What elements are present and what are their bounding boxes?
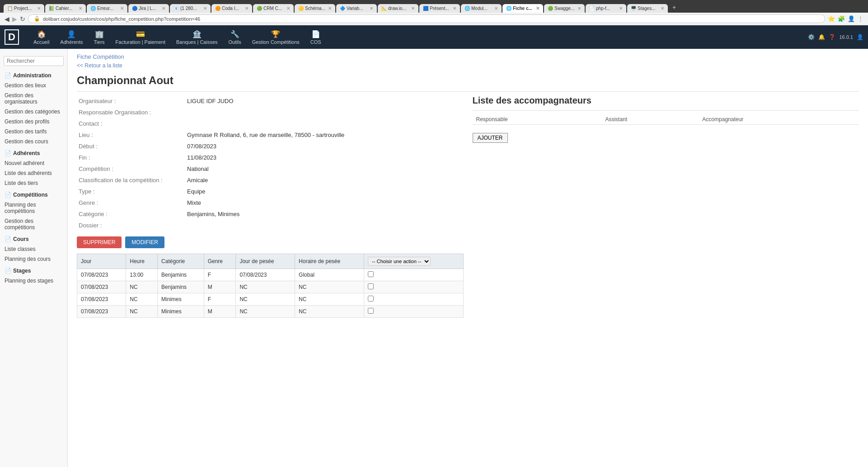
new-tab-button[interactable]: + <box>669 2 680 13</box>
tab-crm[interactable]: 🟢CRM C...✕ <box>253 4 294 13</box>
cell-checkbox <box>364 306 463 318</box>
sidebar-item-liste-tiers[interactable]: Liste des tiers <box>0 178 67 188</box>
user-avatar[interactable]: 👤 <box>857 34 863 40</box>
tab-coda[interactable]: 🟠Coda I...✕ <box>211 4 252 13</box>
tab-stages[interactable]: 🖥️Stages...✕ <box>627 4 668 13</box>
field-value <box>185 107 464 118</box>
sidebar-section-stages: 📄 Stages <box>0 264 67 276</box>
nav-accueil[interactable]: 🏠 Accueil <box>28 27 55 47</box>
menu-icon[interactable]: ⋮ <box>858 15 863 22</box>
sidebar-item-gestion-profils[interactable]: Gestion des profils <box>0 117 67 127</box>
nav-tiers[interactable]: 🏢 Tiers <box>89 27 110 47</box>
supprimer-button[interactable]: SUPPRIMER <box>77 236 122 248</box>
sidebar-item-liste-classes[interactable]: Liste classes <box>0 244 67 254</box>
tab-jira[interactable]: 🔵Jira | L...✕ <box>128 4 169 13</box>
tab-fiche[interactable]: 🌐Fiche c...✕ <box>502 4 543 13</box>
tab-swagger[interactable]: 🟢Swagge...✕ <box>544 4 585 13</box>
back-button[interactable]: ◀ <box>5 15 9 23</box>
action-buttons: SUPPRIMER MODIFIER <box>77 236 464 248</box>
sidebar-item-planning-stages[interactable]: Planning des stages <box>0 276 67 286</box>
modifier-button[interactable]: MODIFIER <box>125 236 164 248</box>
sidebar-item-gestion-tarifs[interactable]: Gestion des tarifs <box>0 127 67 137</box>
forward-button[interactable]: ▶ <box>12 15 17 23</box>
sidebar-item-planning-cours[interactable]: Planning des cours <box>0 254 67 264</box>
action-select[interactable]: -- Choisir une action -- <box>368 257 431 266</box>
tab-drawio[interactable]: 📐draw.io...✕ <box>378 4 418 13</box>
sidebar-item-gestion-lieux[interactable]: Gestion des lieux <box>0 80 67 90</box>
user-icon: 👤 <box>67 30 76 38</box>
accompagnateurs-section: Liste des accompagnateurs Responsable As… <box>473 95 859 318</box>
tab-mail[interactable]: 📧(1 280...✕ <box>170 4 211 13</box>
tab-erreur[interactable]: 🌐Erreur...✕ <box>87 4 127 13</box>
search-input[interactable] <box>4 56 64 66</box>
field-label: Genre : <box>77 197 185 208</box>
tab-cahier[interactable]: 📗Cahier...✕ <box>45 4 86 13</box>
col-assistant: Assistant <box>601 114 699 125</box>
row-checkbox[interactable] <box>368 271 374 277</box>
nav-outils-label: Outils <box>229 39 241 45</box>
nav-facturation-label: Facturation | Paiement <box>116 39 165 45</box>
info-row: Lieu : Gymnase R Rolland, 6, rue de mars… <box>77 129 464 141</box>
tab-project[interactable]: 📋Project...✕ <box>4 4 44 13</box>
nav-adherents[interactable]: 👤 Adhérents <box>55 27 88 47</box>
nav-cos[interactable]: 📄 COS <box>305 27 327 47</box>
col-responsable: Responsable <box>473 114 602 125</box>
account-icon[interactable]: 👤 <box>848 15 855 22</box>
sidebar-item-gestion-cours[interactable]: Gestion des cours <box>0 137 67 146</box>
sidebar-item-nouvel-adherent[interactable]: Nouvel adhérent <box>0 158 67 168</box>
tab-present[interactable]: 🟦Présent...✕ <box>419 4 460 13</box>
cours-section-label: Cours <box>13 236 29 242</box>
reload-button[interactable]: ↻ <box>20 15 25 23</box>
sidebar-item-gestion-organisateurs[interactable]: Gestion des organisateurs <box>0 90 67 107</box>
col-heure: Heure <box>126 254 158 269</box>
divider-top <box>77 91 859 92</box>
cell-checkbox <box>364 293 463 306</box>
notification-icon[interactable]: 🔔 <box>818 34 825 40</box>
divider-accompagnateurs <box>473 110 859 111</box>
field-label: Organisateur : <box>77 95 185 107</box>
ajouter-button[interactable]: AJOUTER <box>473 133 508 143</box>
col-jour: Jour <box>77 254 126 269</box>
sidebar-item-gestion-categories[interactable]: Gestion des catégories <box>0 107 67 117</box>
billing-icon: 💳 <box>136 30 145 38</box>
help-icon[interactable]: ❓ <box>829 34 835 40</box>
cell-categorie: Minimes <box>158 306 204 318</box>
field-value <box>185 220 464 231</box>
back-link[interactable]: << Retour a la liste <box>77 62 122 69</box>
extensions-icon[interactable]: 🧩 <box>838 15 845 22</box>
row-checkbox[interactable] <box>368 283 374 289</box>
bookmark-icon[interactable]: ⭐ <box>828 15 835 22</box>
nav-banques[interactable]: 🏦 Banques | Caisses <box>171 27 223 47</box>
cell-genre: M <box>204 281 236 293</box>
tab-php[interactable]: 📄php-f...✕ <box>586 4 626 13</box>
sidebar-item-liste-adherents[interactable]: Liste des adhérents <box>0 168 67 178</box>
cell-heure: NC <box>126 306 158 318</box>
nav-gestion-competitions-label: Gestion Compétitions <box>252 39 300 45</box>
sidebar-item-gestion-competitions[interactable]: Gestion des compétitions <box>0 216 67 232</box>
field-value: LIGUE IDF JUDO <box>185 95 464 107</box>
address-bar[interactable]: 🔓 dolibarr.cosjudo/custom/cos/php/fiche_… <box>28 14 825 23</box>
nav-accueil-label: Accueil <box>33 39 49 45</box>
tab-schema[interactable]: 🟡Schéma...✕ <box>295 4 335 13</box>
cell-heure: NC <box>126 293 158 306</box>
field-label: Fin : <box>77 152 185 163</box>
col-horaire-pesee: Horaire de pesée <box>295 254 364 269</box>
row-checkbox[interactable] <box>368 308 374 314</box>
nav-gestion-competitions[interactable]: 🏆 Gestion Compétitions <box>247 27 305 47</box>
row-checkbox[interactable] <box>368 296 374 302</box>
adherents-section-icon: 📄 <box>5 150 11 156</box>
stages-section-label: Stages <box>13 268 31 274</box>
field-value: 11/08/2023 <box>185 152 464 163</box>
tab-module[interactable]: 🌐Modul...✕ <box>461 4 502 13</box>
field-label: Catégorie : <box>77 208 185 220</box>
col-accompagnateur: Accompagnateur <box>699 114 859 125</box>
app-logo[interactable]: D <box>5 29 19 45</box>
nav-facturation[interactable]: 💳 Facturation | Paiement <box>110 27 171 47</box>
info-row: Classification de la compétition : Amica… <box>77 175 464 186</box>
nav-outils[interactable]: 🔧 Outils <box>223 27 247 47</box>
accompagnateurs-title: Liste des accompagnateurs <box>473 95 859 106</box>
tab-variable[interactable]: 🔷Variab...✕ <box>336 4 377 13</box>
sidebar-item-planning-competitions[interactable]: Planning des compétitions <box>0 200 67 216</box>
settings-icon[interactable]: ⚙️ <box>808 34 815 40</box>
page-title: Championnat Aout <box>77 74 859 87</box>
